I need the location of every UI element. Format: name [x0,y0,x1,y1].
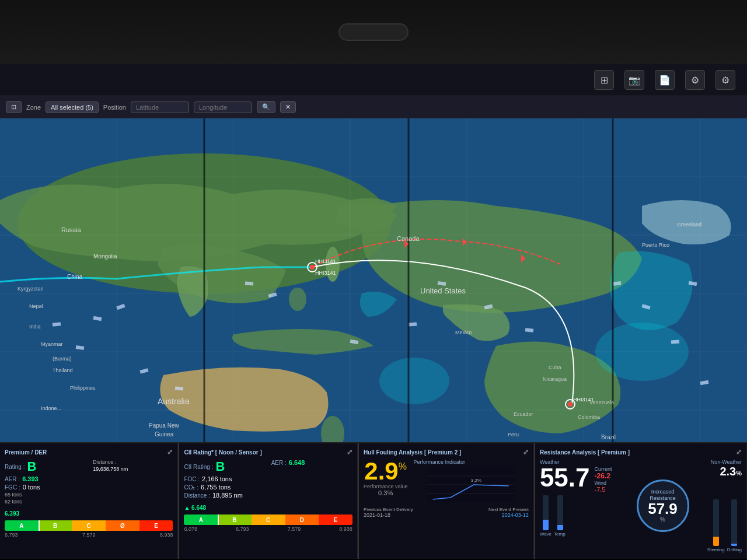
svg-rect-16 [245,281,253,285]
settings-icon[interactable]: ⚙ [715,70,735,90]
latitude-input[interactable] [131,102,189,113]
panel2-bar-val1: ▲ 6.648 [184,505,206,511]
svg-text:Guinea: Guinea [155,431,174,438]
cii-scale-1: 6.078 [184,526,197,532]
svg-text:Peru: Peru [508,432,519,438]
camera-bump [338,23,409,41]
panel-hull-fouling: Hull Fouling Analysis [ Premium 2 ] ⤢ 2.… [359,443,534,559]
cii-scale-4: 8.938 [339,526,352,532]
svg-text:Venezuela: Venezuela [589,400,614,405]
svg-text:Canada: Canada [397,235,420,242]
panel1-distance-value: 19,638,758 nm [93,466,173,472]
cii-scale-3: 7.579 [288,526,301,532]
svg-text:Cuba: Cuba [549,365,561,370]
panel3-next-label: Next Event Present [488,507,529,512]
svg-text:HHI3141: HHI3141 [315,258,336,264]
svg-point-5 [379,358,449,404]
top-bezel [0,0,747,64]
panel1-tons2: 62 tons [5,499,22,505]
panel2-cii-value: B [215,459,225,474]
svg-point-10 [568,402,573,407]
panel2-aer-value: 6.648 [289,459,305,466]
svg-text:China: China [67,274,83,280]
panel1-foc-label: FGC : [5,484,20,491]
layers-icon[interactable]: ⚙ [685,70,705,90]
panel2-expand[interactable]: ⤢ [347,448,352,456]
panel4-wave-label: Wave [540,531,551,537]
svg-text:Indone...: Indone... [41,405,61,411]
longitude-input[interactable] [194,102,252,113]
svg-text:3,2%: 3,2% [471,478,481,483]
panel1-foc-value: 0 tons [23,484,40,491]
zone-label: Zone [26,104,41,111]
panel1-tons1: 65 tons [5,492,22,498]
svg-text:Australia: Australia [158,397,190,406]
scale-val-3: 8.938 [160,532,173,538]
panel1-aer-value: 6.393 [22,475,39,482]
panel1-rating-label: Rating : [5,464,25,470]
svg-text:Colombia: Colombia [578,414,600,420]
circle-unit: % [660,516,665,523]
panel2-title: CII Rating* [ Noon / Sensor ] [184,449,261,456]
panel3-title: Hull Fouling Analysis [ Premium 2 ] [364,449,461,456]
svg-text:HHI3141: HHI3141 [315,270,336,276]
document-icon[interactable]: 📄 [655,70,675,90]
panel4-temp-label: Temp. [554,531,567,537]
svg-text:Ecuador: Ecuador [514,411,533,417]
svg-text:Puerto Rico: Puerto Rico [642,242,669,248]
svg-text:Papua New: Papua New [149,422,179,429]
hull-chart: 3,2% [413,467,528,502]
panel3-pi-label: Performance Indicator [413,459,528,465]
panel3-main-value: 2.9 [364,459,398,484]
panel3-unit: % [399,461,407,472]
panel4-current-value: -26.2 [595,472,612,480]
svg-text:Russia: Russia [61,226,82,233]
zone-toggle[interactable]: ⊡ [6,101,22,113]
svg-text:Nicaragua: Nicaragua [543,376,567,382]
panel4-steering-label: Steering [707,547,725,552]
svg-text:Greenland: Greenland [677,222,701,228]
panel3-pi-value: 0.3% [364,489,408,496]
scale-val-2: 7.579 [82,532,96,538]
svg-rect-19 [409,322,417,326]
panel4-nonweather-label: Non-Weather [711,459,742,465]
world-map[interactable]: HHI3141 HHI3141 HHI3141 [0,118,747,442]
cii-scale-2: 6.793 [236,526,249,532]
svg-rect-28 [175,386,183,390]
panel1-expand[interactable]: ⤢ [167,448,173,456]
panel2-cii-label: CII Rating : [184,464,213,470]
panel1-title: Premium / DER [5,449,47,456]
panel-premium-der: Premium / DER ⤢ Rating : B AER : 6.393 F… [0,443,178,559]
panel4-expand[interactable]: ⤢ [736,448,742,456]
svg-point-4 [289,288,306,311]
clear-button[interactable]: ✕ [280,101,296,113]
search-button[interactable]: 🔍 [257,101,275,113]
zone-selector[interactable]: All selected (5) [46,102,99,113]
svg-text:Mexico: Mexico [455,330,472,335]
scale-val-1: 6.793 [5,532,18,538]
panel-resistance: Resistance Analysis [ Premium ] ⤢ Weathe… [535,443,747,559]
panel2-foc-value: 2,166 tons [202,475,232,482]
panel4-main-value: 55.7 [540,465,590,491]
svg-text:Kyrgyzstan: Kyrgyzstan [18,286,44,292]
panel4-current-label: Current [595,466,612,472]
svg-text:Thailand: Thailand [53,368,73,373]
panel1-distance-label: Distance : [93,459,116,465]
panel3-prev-label: Previous Event Delivery [364,507,413,512]
resistance-circle: IncreasedResistance 57.9 % [637,480,689,532]
position-label: Position [103,104,126,111]
svg-text:Myanmar: Myanmar [41,341,63,347]
grid-icon[interactable]: ⊞ [594,70,614,90]
svg-point-8 [310,265,315,270]
panel2-aer-label: AER : [271,460,287,466]
svg-text:Mongolia: Mongolia [93,253,117,260]
panel1-aer-label: AER : [5,476,20,482]
camera-icon[interactable]: 📷 [624,70,644,90]
panel3-next-date: 2024-03-12 [488,512,529,518]
panel4-title: Resistance Analysis [ Premium ] [540,449,630,456]
panel4-nonweather-val: 2.3% [711,465,742,478]
panel2-co2-label: CO₂ : [184,484,198,491]
panel3-expand[interactable]: ⤢ [523,448,529,456]
panel1-rating-value: B [27,459,36,474]
panel2-foc-label: FOC : [184,476,200,482]
